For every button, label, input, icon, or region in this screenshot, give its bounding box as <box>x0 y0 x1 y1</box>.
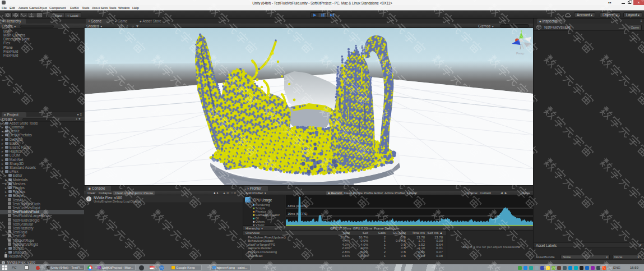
svg-text:33ms (30FPS): 33ms (30FPS) <box>288 204 308 208</box>
svg-text:16ms (60FPS): 16ms (60FPS) <box>288 212 308 215</box>
